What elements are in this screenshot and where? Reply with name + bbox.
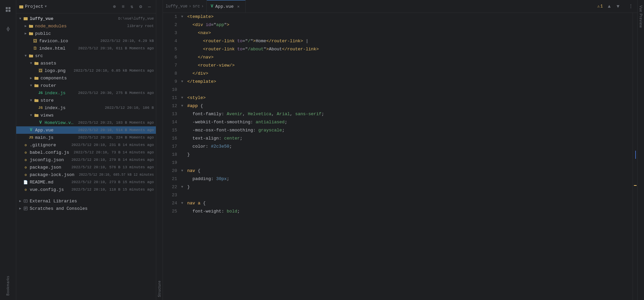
gitignore-label: .gitignore [30, 143, 69, 148]
node-modules-meta: library root [127, 24, 154, 28]
warning-count: 1 [600, 4, 603, 9]
editor-content: 1234567891011121314151617181920212223242… [163, 13, 637, 300]
code-line-17: color: #2c3e50; [187, 143, 633, 151]
tab-appvue[interactable]: V App.vue ✕ [207, 0, 246, 12]
package-json-label: package.json [30, 165, 69, 170]
views-label: views [40, 113, 156, 118]
tree-item-babel[interactable]: ⚙ babel.config.js 2022/5/12 20:10, 73 B … [16, 149, 156, 156]
tree-item-jsconfig[interactable]: ⚙ jsconfig.json 2022/5/12 20:10, 279 B 1… [16, 156, 156, 164]
sort-button[interactable]: ⇅ [128, 3, 136, 10]
tree-item-package-json[interactable]: ⚙ package.json 2022/5/12 20:10, 576 B 13… [16, 164, 156, 171]
scroll-up-button[interactable]: ▲ [606, 3, 613, 10]
main-js-icon: JS [28, 135, 34, 140]
store-index-meta: 2022/5/12 20:10, 186 B [105, 106, 154, 110]
svg-rect-18 [24, 200, 27, 202]
index-html-label: index.html [39, 46, 76, 51]
tree-item-router-index[interactable]: JS index.js 2022/5/12 20:30, 275 B Momen… [16, 89, 156, 97]
code-line-9: </template> [187, 78, 633, 86]
favicon-label: favicon.ico [39, 39, 99, 44]
tree-item-src[interactable]: ▼ src [16, 52, 156, 59]
line-numbers: 1234567891011121314151617181920212223242… [163, 13, 180, 300]
code-line-23 [187, 191, 633, 199]
scroll-down-button[interactable]: ▼ [614, 3, 622, 10]
tree-item-logo[interactable]: 🖼 logo.png 2022/5/12 20:10, 6.85 kB Mome… [16, 67, 156, 74]
tree-item-index-html[interactable]: 🖺 index.html 2022/5/12 20:10, 611 B Mome… [16, 45, 156, 52]
svg-rect-10 [29, 25, 31, 25]
add-file-button[interactable]: ⊕ [111, 3, 118, 10]
svg-rect-0 [6, 7, 8, 9]
gitignore-meta: 2022/5/12 20:10, 231 B 14 minutes ago [72, 143, 154, 147]
vue-config-icon: ⚙ [23, 187, 28, 192]
tree-item-package-lock[interactable]: ⚙ package-lock.json 2022/5/12 20:10, 685… [16, 171, 156, 178]
tree-item-store[interactable]: ▼ store [16, 97, 156, 104]
right-strip: Vue Preview [637, 0, 644, 300]
tree-item-main-js[interactable]: JS main.js 2022/5/12 20:10, 224 B Moment… [16, 134, 156, 141]
appvue-meta: 2022/5/12 20:10, 514 B Moments ago [78, 128, 154, 132]
settings-button[interactable]: ⚙ [137, 3, 144, 10]
tree-item-external-libs[interactable]: ▶ External Libraries [16, 197, 156, 205]
more-options-button[interactable]: ⋮ [627, 3, 635, 10]
appvue-icon: V [28, 127, 34, 133]
code-editor[interactable]: <template> <div id="app"> <nav> <router-… [185, 13, 633, 300]
tree-item-homeview[interactable]: V HomeView.vue 2022/5/12 20:23, 183 B Mo… [16, 119, 156, 126]
package-lock-icon: ⚙ [23, 172, 28, 177]
tree-arrow-components: ▶ [28, 75, 34, 81]
src-folder-icon [28, 53, 34, 58]
svg-rect-12 [29, 55, 33, 57]
svg-rect-16 [34, 99, 38, 102]
scrollbar[interactable] [633, 13, 637, 300]
tree-item-vue-config[interactable]: ⚙ vue.config.js 2022/5/12 20:10, 118 B 1… [16, 186, 156, 193]
code-line-5: <router-link to="/about">About</router-l… [187, 45, 633, 53]
collapse-all-button[interactable]: ≡ [119, 3, 127, 10]
activity-bar: Bookmarks [0, 0, 16, 300]
tree-item-node-modules[interactable]: ▶ node_modules library root [16, 22, 156, 30]
warning-badge[interactable]: ⚠ 1 [596, 4, 604, 9]
tree-item-readme[interactable]: 📄 README.md 2022/5/12 20:10, 273 B 15 mi… [16, 178, 156, 186]
tree-arrow-public: ▶ [23, 31, 28, 36]
tree-item-store-index[interactable]: JS index.js 2022/5/12 20:10, 186 B [16, 104, 156, 111]
homeview-meta: 2022/5/12 20:23, 183 B Moments ago [78, 121, 154, 125]
tree-item-router[interactable]: ▼ router [16, 82, 156, 89]
svg-rect-13 [34, 62, 38, 65]
babel-meta: 2022/5/12 20:10, 73 B 14 minutes ago [74, 150, 154, 154]
breadcrumb-sep2: › [201, 4, 204, 9]
tree-item-views[interactable]: ▼ views [16, 111, 156, 119]
vue-preview-strip[interactable]: Vue Preview [638, 3, 644, 31]
tree-arrow-scratches: ▶ [18, 206, 23, 211]
code-line-14: -webkit-font-smoothing: antialiased; [187, 118, 633, 126]
svg-rect-15 [34, 84, 38, 87]
router-index-label: index.js [45, 91, 76, 96]
project-title[interactable]: Project ▼ [19, 4, 47, 9]
tree-item-assets[interactable]: ▼ assets [16, 59, 156, 67]
tree-item-appvue[interactable]: V App.vue 2022/5/12 20:10, 514 B Moments… [16, 126, 156, 134]
tree-item-favicon[interactable]: 🖼 favicon.ico 2022/5/12 20:10, 4.29 kB [16, 37, 156, 45]
readme-meta: 2022/5/12 20:10, 273 B 15 minutes ago [72, 180, 154, 184]
tree-item-scratches[interactable]: ▶ Scratches and Consoles [16, 205, 156, 212]
tree-arrow-router: ▼ [28, 83, 34, 88]
code-line-19 [187, 159, 633, 167]
readme-icon: 📄 [23, 179, 28, 185]
tree-item-gitignore[interactable]: ⚙ .gitignore 2022/5/12 20:10, 231 B 14 m… [16, 141, 156, 149]
assets-label: assets [40, 61, 156, 66]
bookmarks-button[interactable]: Bookmarks [1, 272, 15, 299]
project-view-button[interactable] [1, 3, 15, 16]
tree-arrow-assets: ▼ [28, 60, 34, 66]
scratches-icon [23, 206, 28, 211]
code-line-1: <template> [187, 13, 633, 21]
vue-config-label: vue.config.js [30, 187, 69, 192]
structure-strip[interactable]: Structure [156, 278, 163, 300]
tab-vue-icon: V [211, 4, 213, 9]
router-index-meta: 2022/5/12 20:30, 275 B Moments ago [78, 91, 154, 95]
tree-item-luffy-vue[interactable]: ▼ luffy_vue D:\vue\luffy_vue [16, 15, 156, 22]
fold-gutter: ▼▼▼▼▼▼▼ [180, 13, 185, 300]
favicon-meta: 2022/5/12 20:10, 4.29 kB [101, 39, 154, 43]
root-label: luffy_vue [30, 16, 116, 21]
commit-view-button[interactable] [1, 22, 15, 36]
tree-arrow-store: ▼ [28, 98, 34, 103]
tree-item-components[interactable]: ▶ components [16, 74, 156, 82]
jsconfig-meta: 2022/5/12 20:10, 279 B 14 minutes ago [72, 158, 154, 162]
minimize-button[interactable]: — [146, 3, 153, 10]
tree-item-public[interactable]: ▶ public [16, 30, 156, 37]
tree-arrow-luffy-vue: ▼ [18, 16, 23, 21]
tab-close-button[interactable]: ✕ [236, 4, 241, 9]
